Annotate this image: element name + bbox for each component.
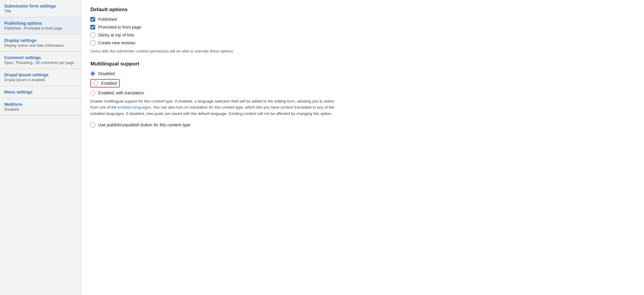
enabled-label: Enabled: [101, 81, 117, 86]
main-content: Default options Published Promoted to fr…: [81, 0, 644, 295]
sidebar: Submission form settingsTitlePublishing …: [0, 0, 81, 295]
multilingual-section: Multilingual support Disabled Enabled En…: [90, 61, 635, 127]
sidebar-item-title-submission-form-settings: Submission form settings: [4, 4, 77, 8]
revision-label: Create new revision: [98, 40, 136, 45]
disabled-label: Disabled: [98, 71, 114, 76]
sidebar-item-title-webform: Webform: [4, 102, 77, 107]
page-layout: Submission form settingsTitlePublishing …: [0, 0, 644, 295]
sidebar-item-submission-form-settings[interactable]: Submission form settingsTitle: [0, 0, 81, 17]
sidebar-item-subtitle-webform: Disabled: [4, 107, 77, 112]
disabled-radio[interactable]: [90, 71, 95, 76]
default-options-title: Default options: [90, 7, 635, 13]
sidebar-item-publishing-options[interactable]: Publishing optionsPublished , Promoted t…: [0, 17, 81, 34]
sidebar-item-subtitle-submission-form-settings: Title: [4, 9, 77, 13]
promoted-checkbox[interactable]: [90, 25, 95, 30]
multilingual-description: Enable multilingual support for this con…: [90, 98, 337, 117]
sidebar-item-comment-settings[interactable]: Comment settingsOpen, Threading , 50 com…: [0, 52, 81, 69]
sidebar-item-title-drupal-ipsum-settings: Drupal Ipsum settings: [4, 72, 77, 77]
revision-checkbox[interactable]: [90, 40, 95, 45]
sticky-row: Sticky at top of lists: [90, 33, 635, 37]
sidebar-item-subtitle-comment-settings: Open, Threading , 50 comments per page: [4, 61, 77, 65]
sidebar-item-title-display-settings: Display settings: [4, 38, 77, 43]
enabled-highlighted-row: Enabled: [90, 79, 120, 87]
multilingual-title: Multilingual support: [90, 61, 635, 67]
sidebar-item-webform[interactable]: WebformDisabled: [0, 98, 81, 116]
sidebar-item-title-publishing-options: Publishing options: [4, 21, 77, 26]
published-checkbox[interactable]: [90, 17, 95, 22]
sidebar-item-title-comment-settings: Comment settings: [4, 55, 77, 60]
enabled-languages-link[interactable]: enabled languages: [118, 105, 151, 109]
sidebar-item-display-settings[interactable]: Display settingsDisplay author and date …: [0, 34, 81, 52]
sidebar-item-menu-settings[interactable]: Menu settings: [0, 86, 81, 98]
sidebar-item-subtitle-drupal-ipsum-settings: Drupal Ipsum is enabled.: [4, 78, 77, 82]
publish-button-label: Use publish/unpublish button for this co…: [98, 122, 190, 127]
sidebar-item-drupal-ipsum-settings[interactable]: Drupal Ipsum settingsDrupal Ipsum is ena…: [0, 69, 81, 86]
published-row: Published: [90, 17, 635, 22]
enabled-radio[interactable]: [93, 81, 98, 86]
enabled-translation-radio[interactable]: [90, 90, 95, 95]
sticky-checkbox[interactable]: [90, 33, 95, 37]
sticky-label: Sticky at top of lists: [98, 33, 134, 37]
default-options-section: Default options Published Promoted to fr…: [90, 7, 635, 54]
default-options-hint: Users with the Administer content permis…: [90, 48, 635, 54]
publish-button-checkbox[interactable]: [90, 122, 95, 127]
promoted-row: Promoted to front page: [90, 25, 635, 30]
revision-row: Create new revision: [90, 40, 635, 45]
published-label: Published: [98, 17, 117, 22]
sidebar-item-title-menu-settings: Menu settings: [4, 90, 77, 94]
disabled-row: Disabled: [90, 71, 635, 76]
sidebar-item-subtitle-display-settings: Display author and date information.: [4, 43, 77, 48]
promoted-label: Promoted to front page: [98, 25, 141, 30]
enabled-translation-label: Enabled, with translation: [98, 90, 144, 95]
sidebar-item-subtitle-publishing-options: Published , Promoted to front page: [4, 26, 77, 30]
publish-button-row: Use publish/unpublish button for this co…: [90, 122, 635, 127]
enabled-translation-row: Enabled, with translation: [90, 90, 635, 95]
